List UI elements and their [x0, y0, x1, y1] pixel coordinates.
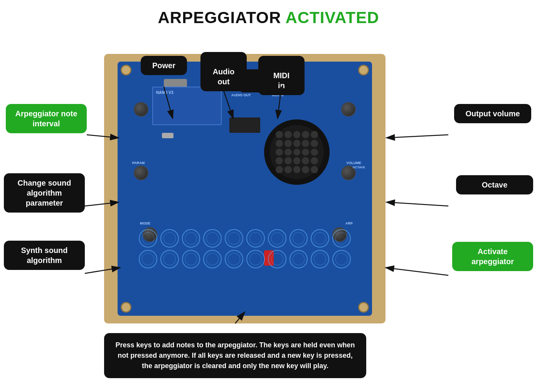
dip-ic: [229, 117, 260, 133]
label-octave: Octave: [456, 175, 533, 194]
pcb-label-mode: MODE: [140, 221, 150, 225]
touch-pad[interactable]: [311, 250, 329, 268]
touch-pad[interactable]: [246, 229, 265, 248]
touch-pad[interactable]: [332, 250, 351, 268]
touch-pad[interactable]: [139, 250, 157, 268]
touch-pad[interactable]: [225, 229, 243, 248]
corner-mount-tl: [121, 65, 131, 75]
touch-pad[interactable]: [268, 250, 286, 268]
svg-line-6: [386, 135, 448, 138]
touch-pad[interactable]: [311, 229, 329, 248]
knob-param[interactable]: [134, 166, 148, 180]
touch-pad[interactable]: [332, 229, 351, 248]
label-synth-sound: Synth sound algorithm: [4, 241, 85, 270]
label-output-volume: Output volume: [454, 104, 531, 123]
touch-pad[interactable]: [290, 229, 308, 248]
speaker-grille: [270, 125, 324, 179]
pcb-container: AUDIO OUT MIDI IN PARAM VOLUME OCTAVE MO…: [104, 54, 385, 323]
page-title: ARPEGGIATOR ACTIVATED: [0, 0, 537, 27]
corner-mount-br: [358, 302, 369, 313]
speaker: [264, 119, 330, 185]
touch-pad[interactable]: [246, 250, 265, 268]
pcb-label-octave: OCTAVE: [353, 166, 365, 169]
touch-pad[interactable]: [160, 250, 179, 268]
touch-pad[interactable]: [203, 229, 222, 248]
knob-arp-note-interval[interactable]: [134, 102, 148, 117]
pcb-board: AUDIO OUT MIDI IN PARAM VOLUME OCTAVE MO…: [118, 62, 372, 316]
touch-pads-area: [139, 229, 351, 304]
crystal-oscillator: [162, 133, 173, 138]
knob-volume[interactable]: [341, 102, 356, 117]
touch-pad[interactable]: [290, 250, 308, 268]
arduino-nano: [152, 87, 222, 125]
touch-pad[interactable]: [182, 250, 200, 268]
title-normal: ARPEGGIATOR: [158, 8, 285, 27]
label-bottom-description: Press keys to add notes to the arpeggiat…: [104, 333, 366, 378]
touch-pad[interactable]: [139, 229, 157, 248]
pcb-label-audio-out: AUDIO OUT: [231, 93, 251, 97]
pad-row-bottom: [139, 250, 351, 268]
pcb-label-param: PARAM: [132, 161, 145, 165]
label-arp-note-interval: Arpeggiator note interval: [6, 104, 87, 133]
main-layout: AUDIO OUT MIDI IN PARAM VOLUME OCTAVE MO…: [0, 31, 537, 385]
label-audio-out: Audio out: [200, 52, 247, 91]
svg-line-8: [385, 268, 448, 275]
label-power: Power: [141, 56, 187, 75]
touch-pad[interactable]: [268, 229, 286, 248]
pcb-label-arp: ARP: [345, 221, 353, 225]
touch-pad[interactable]: [182, 229, 200, 248]
touch-pad[interactable]: [225, 250, 243, 268]
label-change-sound-param: Change sound algorithm parameter: [4, 173, 85, 213]
touch-pad[interactable]: [160, 229, 179, 248]
svg-line-7: [386, 202, 448, 206]
pad-row-top: [139, 229, 351, 248]
corner-mount-tr: [358, 65, 369, 75]
label-activate-arpeggiator: Activate arpeggiator: [452, 242, 533, 271]
pcb-label-volume: VOLUME: [346, 161, 361, 165]
touch-pad[interactable]: [203, 250, 222, 268]
label-midi-in: MIDI in: [258, 56, 305, 95]
title-activated: ACTIVATED: [285, 8, 379, 27]
corner-mount-bl: [121, 302, 131, 313]
